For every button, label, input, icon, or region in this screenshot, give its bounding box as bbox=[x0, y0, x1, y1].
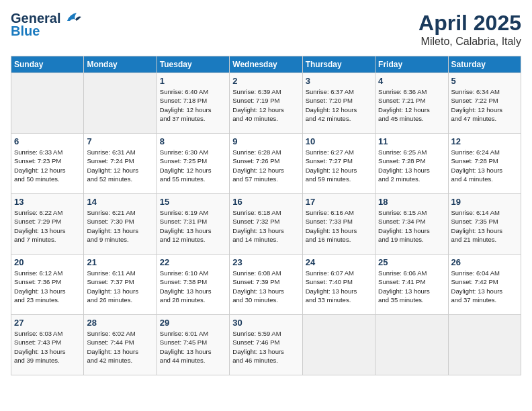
calendar-cell: 14Sunrise: 6:21 AM Sunset: 7:30 PM Dayli… bbox=[84, 194, 157, 255]
calendar-cell bbox=[448, 315, 521, 375]
day-number: 7 bbox=[87, 136, 153, 146]
calendar-cell: 26Sunrise: 6:04 AM Sunset: 7:42 PM Dayli… bbox=[448, 255, 521, 315]
day-number: 27 bbox=[14, 318, 81, 328]
calendar-cell bbox=[375, 315, 448, 375]
logo-bird-icon bbox=[63, 11, 82, 26]
day-info: Sunrise: 5:59 AM Sunset: 7:46 PM Dayligh… bbox=[232, 329, 299, 365]
day-info: Sunrise: 6:06 AM Sunset: 7:41 PM Dayligh… bbox=[378, 269, 445, 304]
calendar-cell bbox=[11, 73, 84, 134]
calendar-cell: 29Sunrise: 6:01 AM Sunset: 7:45 PM Dayli… bbox=[157, 315, 229, 375]
calendar-cell: 9Sunrise: 6:28 AM Sunset: 7:26 PM Daylig… bbox=[230, 134, 302, 194]
day-number: 20 bbox=[14, 257, 81, 267]
calendar-cell: 25Sunrise: 6:06 AM Sunset: 7:41 PM Dayli… bbox=[375, 255, 448, 315]
header-monday: Monday bbox=[84, 56, 157, 73]
day-info: Sunrise: 6:40 AM Sunset: 7:18 PM Dayligh… bbox=[160, 87, 226, 123]
day-info: Sunrise: 6:18 AM Sunset: 7:32 PM Dayligh… bbox=[232, 208, 299, 244]
day-number: 2 bbox=[232, 76, 299, 86]
calendar-week-2: 6Sunrise: 6:33 AM Sunset: 7:23 PM Daylig… bbox=[11, 134, 521, 194]
day-info: Sunrise: 6:11 AM Sunset: 7:37 PM Dayligh… bbox=[87, 269, 153, 304]
title-block: April 2025 Mileto, Calabria, Italy bbox=[418, 11, 521, 48]
logo-blue-text: Blue bbox=[11, 24, 40, 39]
calendar-cell: 30Sunrise: 5:59 AM Sunset: 7:46 PM Dayli… bbox=[230, 315, 302, 375]
day-info: Sunrise: 6:01 AM Sunset: 7:45 PM Dayligh… bbox=[160, 329, 226, 365]
day-number: 1 bbox=[160, 76, 226, 86]
day-number: 10 bbox=[306, 136, 372, 146]
calendar-cell bbox=[84, 73, 157, 134]
calendar-cell: 24Sunrise: 6:07 AM Sunset: 7:40 PM Dayli… bbox=[302, 255, 375, 315]
calendar-cell: 13Sunrise: 6:22 AM Sunset: 7:29 PM Dayli… bbox=[11, 194, 84, 255]
header-thursday: Thursday bbox=[302, 56, 375, 73]
day-info: Sunrise: 6:07 AM Sunset: 7:40 PM Dayligh… bbox=[306, 269, 372, 304]
day-number: 8 bbox=[160, 136, 226, 146]
calendar-cell: 23Sunrise: 6:08 AM Sunset: 7:39 PM Dayli… bbox=[230, 255, 302, 315]
calendar-cell: 8Sunrise: 6:30 AM Sunset: 7:25 PM Daylig… bbox=[157, 134, 229, 194]
day-info: Sunrise: 6:04 AM Sunset: 7:42 PM Dayligh… bbox=[451, 269, 518, 304]
day-info: Sunrise: 6:16 AM Sunset: 7:33 PM Dayligh… bbox=[306, 208, 372, 244]
day-info: Sunrise: 6:10 AM Sunset: 7:38 PM Dayligh… bbox=[160, 269, 226, 304]
month-title: April 2025 bbox=[418, 11, 521, 36]
calendar-cell: 11Sunrise: 6:25 AM Sunset: 7:28 PM Dayli… bbox=[375, 134, 448, 194]
day-info: Sunrise: 6:02 AM Sunset: 7:44 PM Dayligh… bbox=[87, 329, 153, 365]
calendar-cell: 5Sunrise: 6:34 AM Sunset: 7:22 PM Daylig… bbox=[448, 73, 521, 134]
day-number: 6 bbox=[14, 136, 81, 146]
day-info: Sunrise: 6:31 AM Sunset: 7:24 PM Dayligh… bbox=[87, 148, 153, 183]
calendar-cell: 16Sunrise: 6:18 AM Sunset: 7:32 PM Dayli… bbox=[230, 194, 302, 255]
day-info: Sunrise: 6:08 AM Sunset: 7:39 PM Dayligh… bbox=[232, 269, 299, 304]
day-number: 14 bbox=[87, 197, 153, 207]
day-info: Sunrise: 6:36 AM Sunset: 7:21 PM Dayligh… bbox=[378, 87, 445, 123]
header-friday: Friday bbox=[375, 56, 448, 73]
day-info: Sunrise: 6:39 AM Sunset: 7:19 PM Dayligh… bbox=[232, 87, 299, 123]
day-number: 17 bbox=[306, 197, 372, 207]
calendar-cell: 22Sunrise: 6:10 AM Sunset: 7:38 PM Dayli… bbox=[157, 255, 229, 315]
logo: General Blue bbox=[11, 11, 82, 39]
calendar-week-3: 13Sunrise: 6:22 AM Sunset: 7:29 PM Dayli… bbox=[11, 194, 521, 255]
day-info: Sunrise: 6:19 AM Sunset: 7:31 PM Dayligh… bbox=[160, 208, 226, 244]
location-title: Mileto, Calabria, Italy bbox=[418, 36, 521, 48]
day-number: 25 bbox=[378, 257, 445, 267]
calendar-cell: 3Sunrise: 6:37 AM Sunset: 7:20 PM Daylig… bbox=[302, 73, 375, 134]
day-info: Sunrise: 6:21 AM Sunset: 7:30 PM Dayligh… bbox=[87, 208, 153, 244]
day-number: 28 bbox=[87, 318, 153, 328]
day-info: Sunrise: 6:14 AM Sunset: 7:35 PM Dayligh… bbox=[451, 208, 518, 244]
day-info: Sunrise: 6:34 AM Sunset: 7:22 PM Dayligh… bbox=[451, 87, 518, 123]
calendar-cell: 18Sunrise: 6:15 AM Sunset: 7:34 PM Dayli… bbox=[375, 194, 448, 255]
day-info: Sunrise: 6:24 AM Sunset: 7:28 PM Dayligh… bbox=[451, 148, 518, 183]
calendar-cell: 7Sunrise: 6:31 AM Sunset: 7:24 PM Daylig… bbox=[84, 134, 157, 194]
day-number: 12 bbox=[451, 136, 518, 146]
day-number: 4 bbox=[378, 76, 445, 86]
day-number: 23 bbox=[232, 257, 299, 267]
header-tuesday: Tuesday bbox=[157, 56, 229, 73]
day-number: 5 bbox=[451, 76, 518, 86]
day-info: Sunrise: 6:25 AM Sunset: 7:28 PM Dayligh… bbox=[378, 148, 445, 183]
day-info: Sunrise: 6:03 AM Sunset: 7:43 PM Dayligh… bbox=[14, 329, 81, 365]
calendar-cell: 27Sunrise: 6:03 AM Sunset: 7:43 PM Dayli… bbox=[11, 315, 84, 375]
header-wednesday: Wednesday bbox=[230, 56, 302, 73]
day-number: 15 bbox=[160, 197, 226, 207]
day-info: Sunrise: 6:12 AM Sunset: 7:36 PM Dayligh… bbox=[14, 269, 81, 304]
calendar-cell: 2Sunrise: 6:39 AM Sunset: 7:19 PM Daylig… bbox=[230, 73, 302, 134]
calendar-cell: 21Sunrise: 6:11 AM Sunset: 7:37 PM Dayli… bbox=[84, 255, 157, 315]
calendar-cell: 1Sunrise: 6:40 AM Sunset: 7:18 PM Daylig… bbox=[157, 73, 229, 134]
calendar-cell: 19Sunrise: 6:14 AM Sunset: 7:35 PM Dayli… bbox=[448, 194, 521, 255]
header-saturday: Saturday bbox=[448, 56, 521, 73]
day-number: 21 bbox=[87, 257, 153, 267]
day-number: 3 bbox=[306, 76, 372, 86]
day-info: Sunrise: 6:15 AM Sunset: 7:34 PM Dayligh… bbox=[378, 208, 445, 244]
day-number: 29 bbox=[160, 318, 226, 328]
calendar-cell: 17Sunrise: 6:16 AM Sunset: 7:33 PM Dayli… bbox=[302, 194, 375, 255]
calendar-table: SundayMondayTuesdayWednesdayThursdayFrid… bbox=[11, 56, 521, 375]
calendar-cell: 28Sunrise: 6:02 AM Sunset: 7:44 PM Dayli… bbox=[84, 315, 157, 375]
day-number: 22 bbox=[160, 257, 226, 267]
calendar-week-1: 1Sunrise: 6:40 AM Sunset: 7:18 PM Daylig… bbox=[11, 73, 521, 134]
calendar-week-4: 20Sunrise: 6:12 AM Sunset: 7:36 PM Dayli… bbox=[11, 255, 521, 315]
calendar-cell: 20Sunrise: 6:12 AM Sunset: 7:36 PM Dayli… bbox=[11, 255, 84, 315]
calendar-cell: 12Sunrise: 6:24 AM Sunset: 7:28 PM Dayli… bbox=[448, 134, 521, 194]
day-number: 30 bbox=[232, 318, 299, 328]
calendar-header-row: SundayMondayTuesdayWednesdayThursdayFrid… bbox=[11, 56, 521, 73]
day-info: Sunrise: 6:28 AM Sunset: 7:26 PM Dayligh… bbox=[232, 148, 299, 183]
calendar-cell: 10Sunrise: 6:27 AM Sunset: 7:27 PM Dayli… bbox=[302, 134, 375, 194]
day-info: Sunrise: 6:37 AM Sunset: 7:20 PM Dayligh… bbox=[306, 87, 372, 123]
day-number: 26 bbox=[451, 257, 518, 267]
calendar-cell: 15Sunrise: 6:19 AM Sunset: 7:31 PM Dayli… bbox=[157, 194, 229, 255]
calendar-cell bbox=[302, 315, 375, 375]
